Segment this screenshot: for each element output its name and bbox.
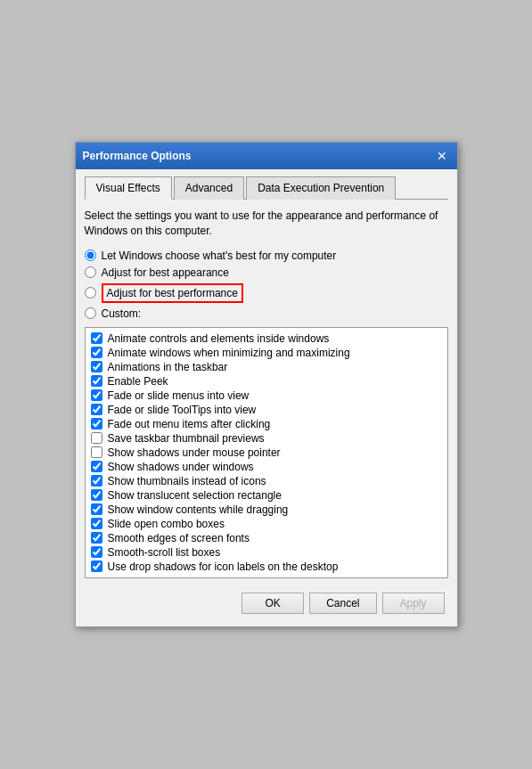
checkbox-input-14[interactable] bbox=[91, 532, 102, 544]
checkbox-item: Animate controls and elements inside win… bbox=[91, 331, 442, 346]
checkbox-item: Show window contents while dragging bbox=[91, 503, 442, 517]
checkbox-item: Enable Peek bbox=[91, 374, 442, 389]
tab-advanced[interactable]: Advanced bbox=[174, 176, 244, 200]
radio-best-appearance-input[interactable] bbox=[85, 266, 96, 278]
ok-button[interactable]: OK bbox=[241, 593, 304, 614]
checkbox-input-1[interactable] bbox=[91, 347, 102, 358]
checkbox-input-10[interactable] bbox=[91, 475, 102, 487]
checkbox-item: Fade or slide menus into view bbox=[91, 389, 442, 403]
checkbox-label-14[interactable]: Smooth edges of screen fonts bbox=[108, 532, 250, 544]
checkbox-input-7[interactable] bbox=[91, 432, 102, 444]
checkbox-label-15[interactable]: Smooth-scroll list boxes bbox=[108, 546, 221, 559]
apply-button[interactable]: Apply bbox=[382, 593, 445, 614]
radio-best-performance: Adjust for best performance bbox=[85, 283, 448, 303]
checkbox-input-15[interactable] bbox=[91, 546, 102, 558]
checkbox-input-16[interactable] bbox=[91, 560, 102, 572]
checkbox-label-0[interactable]: Animate controls and elements inside win… bbox=[108, 332, 330, 345]
radio-best-appearance: Adjust for best appearance bbox=[85, 266, 448, 279]
checkbox-item: Show shadows under mouse pointer bbox=[91, 446, 442, 460]
checkbox-label-8[interactable]: Show shadows under mouse pointer bbox=[108, 446, 281, 459]
checkbox-input-6[interactable] bbox=[91, 418, 102, 429]
checkbox-label-6[interactable]: Fade out menu items after clicking bbox=[108, 418, 271, 430]
checkbox-item: Save taskbar thumbnail previews bbox=[91, 431, 442, 446]
tab-bar: Visual Effects Advanced Data Execution P… bbox=[85, 176, 448, 200]
checkbox-label-1[interactable]: Animate windows when minimizing and maxi… bbox=[108, 347, 350, 359]
tab-visual-effects[interactable]: Visual Effects bbox=[85, 176, 172, 200]
checkbox-label-3[interactable]: Enable Peek bbox=[108, 375, 168, 388]
checkbox-input-13[interactable] bbox=[91, 518, 102, 529]
checkbox-input-4[interactable] bbox=[91, 389, 102, 401]
checkbox-input-0[interactable] bbox=[91, 332, 102, 344]
checkbox-label-7[interactable]: Save taskbar thumbnail previews bbox=[108, 432, 265, 445]
checkbox-item: Animate windows when minimizing and maxi… bbox=[91, 346, 442, 360]
checkbox-label-16[interactable]: Use drop shadows for icon labels on the … bbox=[108, 560, 339, 573]
checkbox-input-8[interactable] bbox=[91, 446, 102, 458]
checkbox-item: Slide open combo boxes bbox=[91, 517, 442, 531]
checkbox-input-3[interactable] bbox=[91, 375, 102, 387]
checkbox-input-2[interactable] bbox=[91, 361, 102, 372]
checkbox-input-9[interactable] bbox=[91, 461, 102, 472]
radio-custom-input[interactable] bbox=[85, 307, 96, 319]
radio-best-appearance-label[interactable]: Adjust for best appearance bbox=[102, 266, 229, 279]
checkbox-label-4[interactable]: Fade or slide menus into view bbox=[108, 389, 250, 402]
checkbox-list: Animate controls and elements inside win… bbox=[85, 327, 448, 578]
cancel-button[interactable]: Cancel bbox=[309, 593, 376, 614]
checkbox-label-11[interactable]: Show translucent selection rectangle bbox=[108, 489, 282, 502]
checkbox-item: Smooth-scroll list boxes bbox=[91, 545, 442, 560]
radio-custom: Custom: bbox=[85, 307, 448, 320]
tab-dep[interactable]: Data Execution Prevention bbox=[246, 176, 396, 200]
radio-best-performance-highlight: Adjust for best performance bbox=[102, 283, 243, 303]
checkbox-item: Show thumbnails instead of icons bbox=[91, 474, 442, 488]
checkbox-label-12[interactable]: Show window contents while dragging bbox=[108, 503, 289, 516]
checkbox-label-2[interactable]: Animations in the taskbar bbox=[108, 361, 228, 373]
radio-best-performance-label[interactable]: Adjust for best performance bbox=[107, 287, 238, 299]
checkbox-input-12[interactable] bbox=[91, 503, 102, 515]
checkbox-item: Show shadows under windows bbox=[91, 460, 442, 474]
checkbox-item: Smooth edges of screen fonts bbox=[91, 531, 442, 545]
checkbox-item: Animations in the taskbar bbox=[91, 360, 442, 374]
checkbox-item: Fade out menu items after clicking bbox=[91, 417, 442, 431]
button-row: OK Cancel Apply bbox=[85, 587, 448, 618]
description-text: Select the settings you want to use for … bbox=[85, 209, 448, 239]
dialog-body: Visual Effects Advanced Data Execution P… bbox=[76, 169, 457, 626]
radio-let-windows-input[interactable] bbox=[85, 250, 96, 261]
radio-custom-label[interactable]: Custom: bbox=[102, 307, 142, 320]
close-button[interactable]: ✕ bbox=[434, 148, 450, 164]
radio-group: Let Windows choose what's best for my co… bbox=[85, 250, 448, 320]
title-bar: Performance Options ✕ bbox=[76, 143, 457, 169]
checkbox-input-5[interactable] bbox=[91, 404, 102, 415]
dialog-title: Performance Options bbox=[83, 150, 192, 162]
radio-let-windows-label[interactable]: Let Windows choose what's best for my co… bbox=[102, 250, 337, 262]
checkbox-input-11[interactable] bbox=[91, 489, 102, 501]
checkbox-label-9[interactable]: Show shadows under windows bbox=[108, 461, 254, 473]
checkbox-label-10[interactable]: Show thumbnails instead of icons bbox=[108, 475, 266, 487]
checkbox-label-13[interactable]: Slide open combo boxes bbox=[108, 518, 225, 530]
radio-let-windows: Let Windows choose what's best for my co… bbox=[85, 250, 448, 262]
checkbox-item: Fade or slide ToolTips into view bbox=[91, 403, 442, 417]
performance-options-dialog: Performance Options ✕ Visual Effects Adv… bbox=[75, 142, 458, 627]
checkbox-item: Show translucent selection rectangle bbox=[91, 488, 442, 503]
radio-best-performance-input[interactable] bbox=[85, 287, 96, 299]
checkbox-label-5[interactable]: Fade or slide ToolTips into view bbox=[108, 404, 257, 416]
checkbox-item: Use drop shadows for icon labels on the … bbox=[91, 560, 442, 574]
